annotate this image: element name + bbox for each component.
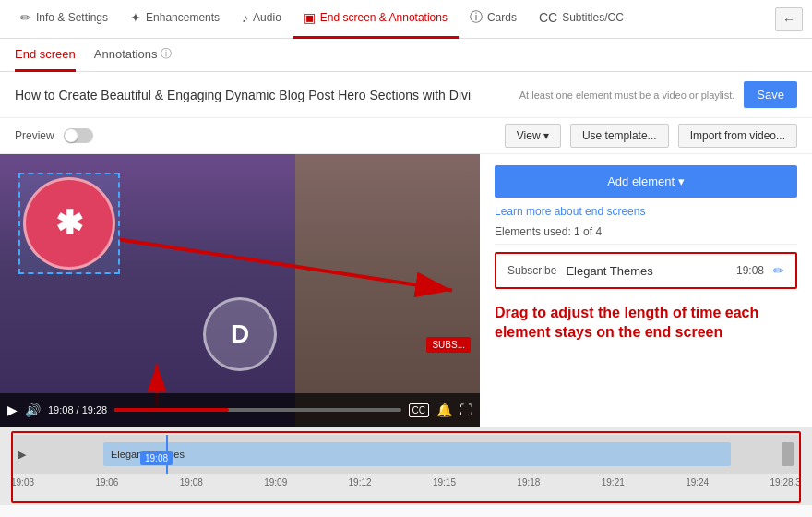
time-label-0: 19:03 — [11, 477, 34, 487]
drag-tip: Drag to adjust the length of time each e… — [495, 296, 797, 350]
video-progress-bar[interactable] — [114, 408, 400, 412]
save-button[interactable]: Save — [744, 81, 797, 108]
video-controls: ▶ 🔊 19:08 / 19:28 CC 🔔 ⛶ — [0, 393, 480, 427]
element-type: Subscribe — [508, 264, 556, 277]
star-element[interactable]: ✱ — [23, 177, 115, 270]
title-warning: At least one element must be a video or … — [519, 90, 735, 101]
annotations-info-icon: ⓘ — [161, 46, 172, 62]
time-label-3: 19:09 — [264, 477, 287, 487]
right-panel: Add element ▾ Learn more about end scree… — [480, 154, 812, 427]
top-navigation: ✏ Info & Settings ✦ Enhancements ♪ Audio… — [0, 0, 812, 39]
video-background: D ✱ SUBS... — [0, 154, 480, 427]
view-button[interactable]: View ▾ — [505, 124, 561, 148]
subtab-annotations[interactable]: Annotations ⓘ — [94, 39, 173, 72]
import-from-video-button[interactable]: Import from video... — [678, 124, 797, 148]
element-name: Elegant Themes — [566, 264, 727, 278]
time-label-1: 19:06 — [95, 477, 118, 487]
use-template-button[interactable]: Use template... — [570, 124, 669, 148]
tab-endscreen[interactable]: ▣ End screen & Annotations — [293, 0, 459, 39]
subtab-endscreen[interactable]: End screen — [15, 39, 76, 72]
time-label-8: 19:24 — [686, 477, 709, 487]
add-element-button[interactable]: Add element ▾ — [495, 165, 797, 198]
pencil-icon: ✏ — [20, 10, 31, 25]
back-button[interactable]: ← — [775, 7, 803, 31]
main-content: D ✱ SUBS... — [0, 154, 812, 427]
divi-logo: D — [203, 297, 277, 371]
toggle-knob — [65, 129, 78, 142]
element-edit-button[interactable]: ✏ — [773, 263, 784, 278]
notification-button[interactable]: 🔔 — [436, 403, 452, 417]
element-time: 19:08 — [736, 264, 764, 277]
timeline-labels: 19:03 19:06 19:08 19:09 19:12 19:15 19:1… — [0, 474, 812, 487]
fullscreen-button[interactable]: ⛶ — [460, 403, 472, 417]
title-bar: How to Create Beautiful & Engaging Dynam… — [0, 72, 812, 118]
timeline-element-bar[interactable]: Elegant Themes — [103, 442, 731, 466]
play-button[interactable]: ▶ — [7, 403, 18, 417]
time-label-7: 19:21 — [602, 477, 625, 487]
cc-icon: CC — [539, 10, 557, 25]
video-area: D ✱ SUBS... — [0, 154, 480, 427]
tab-subtitles[interactable]: CC Subtitles/CC — [528, 0, 635, 39]
tab-enhancements[interactable]: ✦ Enhancements — [119, 0, 231, 39]
timeline-track-area[interactable]: ▶ Elegant Themes — [11, 435, 801, 474]
time-label-9: 19:28.3 — [770, 477, 801, 487]
volume-button[interactable]: 🔊 — [25, 403, 41, 417]
element-card: Subscribe Elegant Themes 19:08 ✏ — [495, 252, 797, 289]
preview-toggle[interactable] — [64, 128, 93, 143]
sub-tabs: End screen Annotations ⓘ — [0, 39, 812, 72]
time-label-5: 19:15 — [433, 477, 456, 487]
screen-icon: ▣ — [304, 10, 316, 25]
learn-more-link[interactable]: Learn more about end screens — [495, 205, 797, 218]
timeline-section: ▶ Elegant Themes 19:08 19:03 19:06 19:08… — [0, 427, 812, 505]
progress-fill — [114, 408, 229, 412]
time-label-4: 19:12 — [349, 477, 372, 487]
time-label-6: 19:18 — [517, 477, 540, 487]
bookshelf — [295, 154, 480, 427]
video-title: How to Create Beautiful & Engaging Dynam… — [15, 88, 510, 102]
tab-cards[interactable]: ⓘ Cards — [459, 0, 528, 39]
tab-audio[interactable]: ♪ Audio — [231, 0, 293, 39]
timeline-end-marker — [782, 442, 794, 466]
timeline-play-icon[interactable]: ▶ — [18, 449, 26, 461]
time-display: 19:08 / 19:28 — [48, 404, 107, 415]
music-icon: ♪ — [242, 10, 248, 25]
cc-button[interactable]: CC — [409, 403, 429, 417]
time-label-2: 19:08 — [180, 477, 203, 487]
subscribe-badge: SUBS... — [426, 337, 471, 353]
elements-used: Elements used: 1 of 4 — [495, 225, 797, 245]
preview-label: Preview — [15, 129, 54, 142]
timeline-current-marker: 19:08 — [140, 451, 173, 465]
info-icon: ⓘ — [470, 9, 483, 26]
tab-info[interactable]: ✏ Info & Settings — [9, 0, 119, 39]
star-icon: ✦ — [130, 10, 141, 25]
toolbar: Preview View ▾ Use template... Import fr… — [0, 118, 812, 154]
